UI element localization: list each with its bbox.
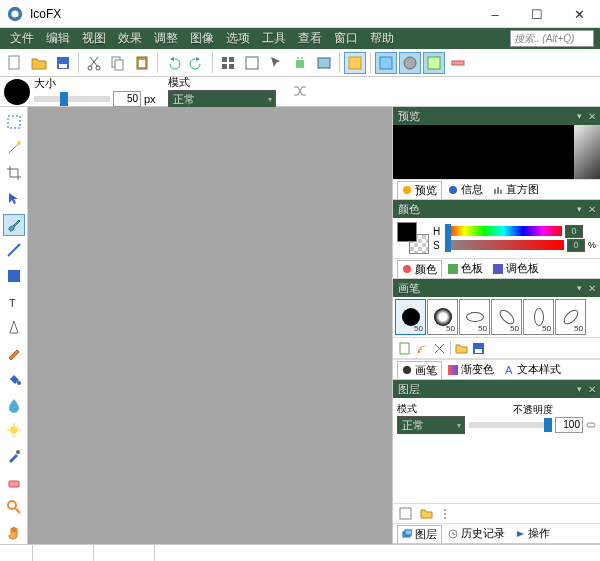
pin-icon[interactable]: ▾ — [577, 384, 582, 394]
open-icon[interactable] — [455, 342, 468, 355]
minimize-button[interactable]: – — [474, 0, 516, 28]
opacity-slider[interactable] — [469, 422, 552, 428]
menu-window[interactable]: 窗口 — [328, 28, 364, 49]
panel3-toggle[interactable] — [423, 52, 445, 74]
canvas[interactable] — [28, 107, 392, 544]
save-button[interactable] — [52, 52, 74, 74]
close-button[interactable]: ✕ — [558, 0, 600, 28]
pin-icon[interactable]: ▾ — [577, 283, 582, 293]
menu-options[interactable]: 选项 — [220, 28, 256, 49]
tab-palette[interactable]: 调色板 — [489, 260, 543, 277]
platform2-icon[interactable] — [241, 52, 263, 74]
tab-history[interactable]: 历史记录 — [444, 525, 509, 542]
menu-effect[interactable]: 效果 — [112, 28, 148, 49]
menu-tools[interactable]: 工具 — [256, 28, 292, 49]
brush-preset[interactable]: 50 — [555, 299, 586, 335]
pin-icon[interactable]: ▾ — [577, 111, 582, 121]
tool-eyedropper[interactable] — [3, 445, 25, 467]
menu-file[interactable]: 文件 — [4, 28, 40, 49]
fg-bg-swatch[interactable] — [397, 222, 429, 254]
pin-icon[interactable]: ▾ — [577, 204, 582, 214]
tool-line[interactable] — [3, 240, 25, 262]
maximize-button[interactable]: ☐ — [516, 0, 558, 28]
new-layer-icon[interactable] — [399, 507, 412, 520]
tool-wand[interactable] — [3, 137, 25, 159]
tab-brush[interactable]: 画笔 — [397, 361, 442, 379]
tab-swatch[interactable]: 色板 — [444, 260, 487, 277]
brush-panel-head[interactable]: 画笔 ▾ ✕ — [393, 279, 600, 297]
close-icon[interactable]: ✕ — [588, 384, 596, 395]
sat-value[interactable]: 0 — [567, 239, 585, 252]
brush-preset[interactable]: 50 — [427, 299, 458, 335]
copy-button[interactable] — [107, 52, 129, 74]
new-group-icon[interactable] — [420, 507, 433, 520]
tool-eraser[interactable] — [3, 471, 25, 493]
tab-text-style[interactable]: A文本样式 — [500, 361, 565, 378]
menu-image[interactable]: 图像 — [184, 28, 220, 49]
tool-dodge[interactable] — [3, 419, 25, 441]
tab-gradient[interactable]: 渐变色 — [444, 361, 498, 378]
image-icon[interactable] — [313, 52, 335, 74]
tool-text[interactable]: T — [3, 291, 25, 313]
android-icon[interactable] — [289, 52, 311, 74]
close-icon[interactable]: ✕ — [588, 111, 596, 122]
search-input[interactable]: 搜索.. (Alt+Q) — [510, 30, 594, 47]
panel2-toggle[interactable] — [399, 52, 421, 74]
cut-button[interactable] — [83, 52, 105, 74]
new-button[interactable] — [4, 52, 26, 74]
menu-help[interactable]: 帮助 — [364, 28, 400, 49]
menu-look[interactable]: 查看 — [292, 28, 328, 49]
close-icon[interactable]: ✕ — [588, 283, 596, 294]
close-icon[interactable]: ✕ — [588, 204, 596, 215]
menu-edit[interactable]: 编辑 — [40, 28, 76, 49]
tab-preview[interactable]: 预览 — [397, 181, 442, 199]
mode-dropdown[interactable]: 正常 — [168, 90, 276, 108]
brush-preset[interactable]: 50 — [459, 299, 490, 335]
menu-adjust[interactable]: 调整 — [148, 28, 184, 49]
cursor-icon[interactable] — [265, 52, 287, 74]
tab-info[interactable]: 信息 — [444, 181, 487, 198]
paste-button[interactable] — [131, 52, 153, 74]
tab-histogram[interactable]: 直方图 — [489, 181, 543, 198]
tool-brush[interactable] — [3, 214, 25, 236]
tool-rect[interactable] — [3, 265, 25, 287]
opacity-value[interactable]: 100 — [555, 417, 583, 433]
save-icon[interactable] — [472, 342, 485, 355]
tool-blur[interactable] — [3, 394, 25, 416]
tool-hand[interactable] — [3, 522, 25, 544]
tab-layers[interactable]: 图层 — [397, 525, 442, 543]
brush-preset[interactable]: 50 — [523, 299, 554, 335]
open-button[interactable] — [28, 52, 50, 74]
hue-value[interactable]: 0 — [565, 225, 583, 238]
brush-preset[interactable]: 50 — [395, 299, 426, 335]
layer-list[interactable] — [393, 438, 600, 503]
tool-move[interactable] — [3, 188, 25, 210]
panel4-toggle[interactable] — [447, 52, 469, 74]
link-icon[interactable] — [586, 420, 596, 430]
tool-pencil[interactable] — [3, 342, 25, 364]
tab-actions[interactable]: 操作 — [511, 525, 554, 542]
preview-panel-head[interactable]: 预览 ▾ ✕ — [393, 107, 600, 125]
tool-fill[interactable] — [3, 368, 25, 390]
fg-color[interactable] — [397, 222, 417, 242]
tool-sharpen[interactable] — [3, 317, 25, 339]
toolbox-toggle[interactable] — [344, 52, 366, 74]
size-value[interactable]: 50 — [113, 91, 141, 107]
windows-icon[interactable] — [217, 52, 239, 74]
color-panel-head[interactable]: 颜色 ▾ ✕ — [393, 200, 600, 218]
rss-icon[interactable] — [416, 342, 429, 355]
delete-icon[interactable] — [433, 342, 446, 355]
tool-zoom[interactable] — [3, 497, 25, 519]
redo-button[interactable] — [186, 52, 208, 74]
menu-view[interactable]: 视图 — [76, 28, 112, 49]
layer-panel-head[interactable]: 图层 ▾ ✕ — [393, 380, 600, 398]
brush-preset[interactable]: 50 — [491, 299, 522, 335]
tool-crop[interactable] — [3, 162, 25, 184]
undo-button[interactable] — [162, 52, 184, 74]
panel1-toggle[interactable] — [375, 52, 397, 74]
tab-color[interactable]: 颜色 — [397, 260, 442, 278]
new-doc-icon[interactable] — [399, 342, 412, 355]
options-icon[interactable] — [441, 507, 449, 520]
shuffle-icon[interactable] — [292, 83, 308, 101]
hue-slider[interactable] — [445, 226, 562, 236]
